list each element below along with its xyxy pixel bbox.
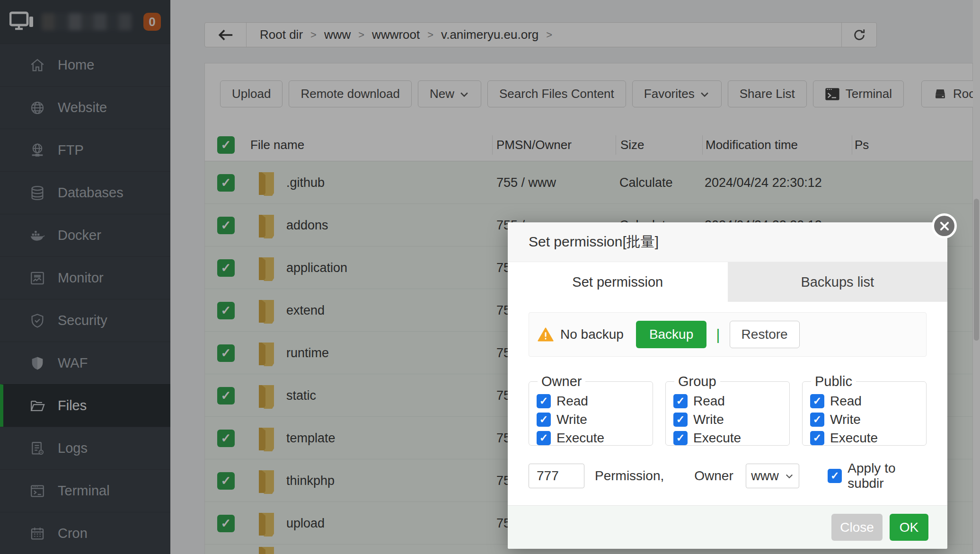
option-label: Execute (556, 431, 604, 446)
execute-checkbox[interactable] (673, 431, 688, 445)
write-checkbox[interactable] (810, 413, 824, 427)
backup-button[interactable]: Backup (636, 321, 706, 348)
dialog-tabs: Set permission Backups list (508, 262, 947, 302)
apply-to-subdir-checkbox[interactable] (828, 469, 842, 483)
close-button[interactable]: Close (831, 514, 883, 541)
dialog-close-button[interactable] (932, 213, 957, 238)
apply-to-subdir-label: Apply to subdir (848, 461, 927, 491)
permission-option: Execute (810, 431, 926, 446)
permission-option: Read (673, 394, 789, 409)
option-label: Write (556, 412, 587, 427)
file-manager-app: 0 Home Website FTP Databases Docker (0, 0, 980, 554)
read-checkbox[interactable] (537, 394, 551, 408)
option-label: Write (693, 412, 724, 427)
owner-label: Owner (694, 468, 733, 484)
execute-checkbox[interactable] (810, 431, 824, 445)
option-label: Read (693, 394, 725, 409)
permission-option: Write (673, 412, 789, 427)
option-label: Read (556, 394, 588, 409)
permission-label: Permission, (595, 468, 664, 484)
permission-option: Read (537, 394, 653, 409)
permission-option: Execute (673, 431, 789, 446)
dialog-body: No backup Backup | Restore Owner Read Wr… (508, 312, 947, 491)
ok-button[interactable]: OK (890, 514, 928, 541)
option-label: Execute (830, 431, 878, 446)
restore-button[interactable]: Restore (730, 321, 800, 348)
option-label: Read (830, 394, 862, 409)
permission-input[interactable] (529, 464, 584, 488)
owner-select[interactable]: www (746, 464, 800, 488)
permission-option: Write (810, 412, 926, 427)
permission-group-group: Group Read Write Execute (665, 374, 790, 446)
owner-select-value: www (751, 469, 779, 484)
warning-icon (538, 327, 554, 342)
permission-option: Execute (537, 431, 653, 446)
read-checkbox[interactable] (810, 394, 824, 408)
group-legend: Group (674, 374, 720, 389)
backup-status-box: No backup Backup | Restore (529, 312, 927, 357)
permission-groups: Owner Read Write Execute Group Read Writ… (529, 374, 927, 446)
tab-set-permission[interactable]: Set permission (508, 262, 728, 302)
permission-option: Read (810, 394, 926, 409)
chevron-down-icon (785, 471, 794, 481)
group-legend: Owner (538, 374, 585, 389)
backup-status-text: No backup (560, 327, 624, 342)
group-legend: Public (811, 374, 856, 389)
permission-option: Write (537, 412, 653, 427)
option-label: Execute (693, 431, 741, 446)
write-checkbox[interactable] (537, 413, 551, 427)
execute-checkbox[interactable] (537, 431, 551, 445)
tab-backups-list[interactable]: Backups list (728, 262, 948, 302)
permission-group-owner: Owner Read Write Execute (529, 374, 653, 446)
option-label: Write (830, 412, 861, 427)
set-permission-dialog: Set permission[批量] Set permission Backup… (508, 222, 947, 549)
permission-value-row: Permission, Owner www Apply to subdir (529, 461, 927, 491)
button-separator: | (716, 326, 720, 343)
dialog-footer: Close OK (508, 505, 947, 549)
permission-group-public: Public Read Write Execute (802, 374, 927, 446)
read-checkbox[interactable] (673, 394, 688, 408)
close-icon (939, 220, 950, 232)
write-checkbox[interactable] (673, 413, 688, 427)
dialog-title: Set permission[批量] (529, 232, 659, 252)
dialog-titlebar: Set permission[批量] (508, 222, 947, 262)
